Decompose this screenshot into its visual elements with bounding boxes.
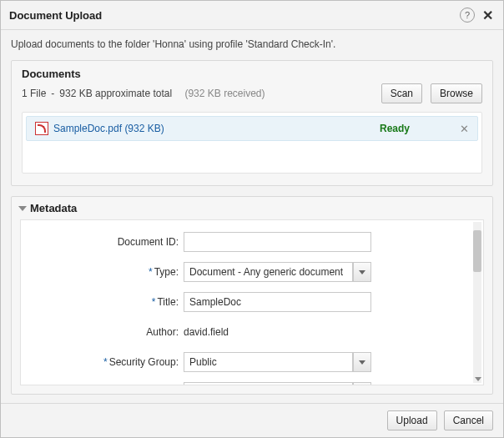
input-type[interactable] <box>184 262 353 282</box>
combo-security-group[interactable] <box>184 352 371 372</box>
metadata-form: Document ID: *Type: *Title: <box>20 219 484 385</box>
label-security-group: Security Group: <box>109 356 179 368</box>
titlebar: Document Upload ? ✕ <box>1 1 503 30</box>
metadata-panel: Metadata Document ID: *Type: <box>11 196 493 395</box>
input-account[interactable] <box>184 382 353 385</box>
cancel-button[interactable]: Cancel <box>444 410 493 430</box>
field-account: Account: <box>38 382 458 385</box>
dialog-title: Document Upload <box>9 9 102 22</box>
label-type: Type: <box>154 266 179 278</box>
documents-stats: 1 File - 932 KB approximate total (932 K… <box>22 83 482 103</box>
file-name[interactable]: SampleDoc.pdf (932 KB) <box>53 123 164 134</box>
upload-button[interactable]: Upload <box>387 410 437 430</box>
chevron-down-icon <box>359 360 365 365</box>
document-upload-dialog: Document Upload ? ✕ Upload documents to … <box>0 0 504 438</box>
dropdown-type-button[interactable] <box>353 262 371 282</box>
label-author: Author: <box>146 326 179 338</box>
dialog-footer: Upload Cancel <box>1 403 503 437</box>
field-title: *Title: <box>38 292 458 312</box>
pdf-icon <box>35 122 48 135</box>
value-author: david.field <box>184 322 229 342</box>
scrollbar-thumb[interactable] <box>473 230 481 272</box>
remove-file-icon[interactable]: ✕ <box>460 123 469 135</box>
documents-panel: Documents 1 File - 932 KB approximate to… <box>11 60 493 186</box>
metadata-heading[interactable]: Metadata <box>12 197 492 219</box>
scrollbar[interactable] <box>473 222 481 383</box>
dialog-subtitle: Upload documents to the folder 'Honna' u… <box>1 30 503 60</box>
label-document-id: Document ID: <box>118 236 179 248</box>
field-document-id: Document ID: <box>38 232 458 252</box>
scan-button[interactable]: Scan <box>381 83 422 103</box>
field-security-group: *Security Group: <box>38 352 458 372</box>
field-author: Author: david.field <box>38 322 458 342</box>
file-row[interactable]: SampleDoc.pdf (932 KB) Ready ✕ <box>26 116 478 141</box>
input-security-group[interactable] <box>184 352 353 372</box>
scroll-down-icon[interactable] <box>475 377 481 381</box>
collapse-icon <box>18 206 27 211</box>
documents-heading: Documents <box>22 68 482 80</box>
received-text: (932 KB received) <box>184 88 265 99</box>
file-count: 1 File <box>22 88 46 99</box>
file-size: 932 KB approximate total <box>59 88 172 99</box>
help-icon[interactable]: ? <box>460 8 475 23</box>
input-document-id[interactable] <box>184 232 371 252</box>
browse-button[interactable]: Browse <box>431 83 482 103</box>
field-type: *Type: <box>38 262 458 282</box>
combo-account[interactable] <box>184 382 371 385</box>
file-status: Ready <box>380 123 410 134</box>
close-icon[interactable]: ✕ <box>480 8 495 23</box>
file-list: SampleDoc.pdf (932 KB) Ready ✕ <box>22 112 482 174</box>
input-title[interactable] <box>184 292 371 312</box>
dropdown-security-group-button[interactable] <box>353 352 371 372</box>
combo-type[interactable] <box>184 262 371 282</box>
label-title: Title: <box>157 296 179 308</box>
chevron-down-icon <box>359 270 365 274</box>
separator: - <box>51 88 54 99</box>
dropdown-account-button[interactable] <box>353 382 371 385</box>
metadata-heading-label: Metadata <box>30 202 77 214</box>
